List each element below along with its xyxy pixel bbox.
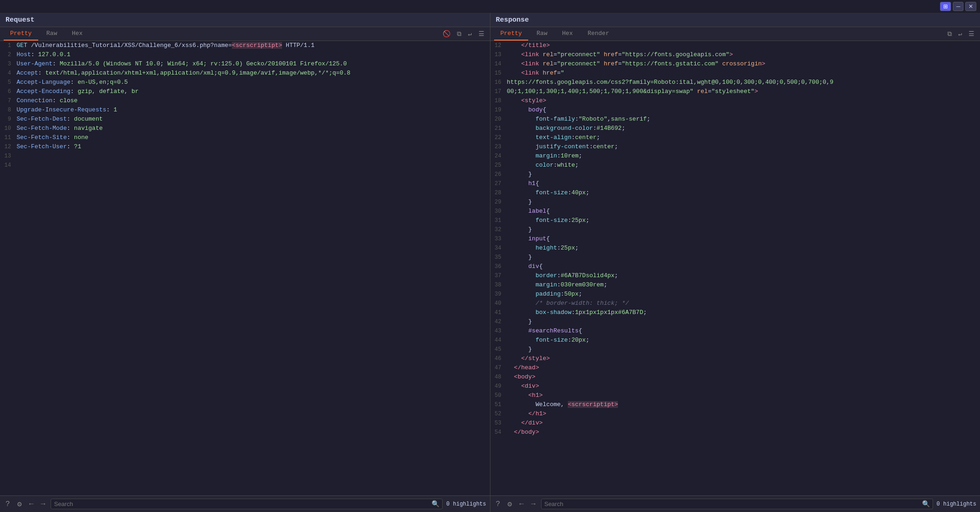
response-line-39: 39 padding:50px;: [490, 290, 980, 299]
response-line-47: 47 </head>: [490, 363, 980, 372]
response-line-50: 50 <h1>: [490, 391, 980, 400]
response-tabs-bar: Pretty Raw Hex Render ⧉ ↵ ☰: [490, 27, 980, 41]
request-panel: Request Pretty Raw Hex 🚫 ⧉ ↵ ☰ 1 GET /Vu…: [0, 13, 490, 512]
response-help-icon[interactable]: ?: [494, 499, 502, 509]
response-line-13: 13 <link rel="preconnect" href="https://…: [490, 50, 980, 59]
response-settings-icon[interactable]: ⚙: [506, 499, 514, 510]
response-line-44: 44 font-size:20px;: [490, 336, 980, 345]
response-line-30: 30 label{: [490, 207, 980, 216]
request-tab-raw[interactable]: Raw: [40, 27, 63, 41]
response-line-36: 36 div{: [490, 262, 980, 271]
response-line-19: 19 body{: [490, 105, 980, 115]
response-line-42: 42 }: [490, 317, 980, 326]
response-line-40: 40 /* border-width: thick; */: [490, 299, 980, 308]
response-line-26: 26 }: [490, 170, 980, 179]
response-tab-hex[interactable]: Hex: [556, 27, 579, 41]
request-tabs-bar: Pretty Raw Hex 🚫 ⧉ ↵ ☰: [0, 27, 490, 41]
response-line-22: 22 text-align:center;: [490, 133, 980, 142]
response-line-12: 12 </title>: [490, 41, 980, 50]
response-line-28: 28 font-size:40px;: [490, 188, 980, 198]
request-tab-pretty[interactable]: Pretty: [4, 27, 38, 41]
response-line-20: 20 font-family:"Roboto",sans-serif;: [490, 115, 980, 124]
request-line-12: 12 Sec-Fetch-User: ?1: [0, 142, 490, 151]
response-line-17: 17 00;1,100;1,300;1,400;1,500;1,700;1,90…: [490, 87, 980, 96]
eye-slash-icon[interactable]: 🚫: [441, 29, 452, 39]
response-code-area: 12 </title> 13 <link rel="preconnect" hr…: [490, 41, 980, 495]
response-tabs-icons: ⧉ ↵ ☰: [945, 29, 976, 39]
request-line-10: 10 Sec-Fetch-Mode: navigate: [0, 124, 490, 133]
request-tab-hex[interactable]: Hex: [65, 27, 89, 41]
response-line-21: 21 background-color:#14B692;: [490, 124, 980, 133]
request-search-input[interactable]: [54, 500, 432, 507]
response-copy-icon[interactable]: ⧉: [945, 29, 954, 39]
response-search-input[interactable]: [544, 500, 922, 507]
response-tab-render[interactable]: Render: [581, 27, 616, 41]
response-line-32: 32 }: [490, 225, 980, 234]
request-line-3: 3 User-Agent: Mozilla/5.0 (Windows NT 10…: [0, 59, 490, 69]
response-search-container: 🔍: [541, 499, 933, 509]
request-line-9: 9 Sec-Fetch-Dest: document: [0, 115, 490, 124]
response-line-41: 41 box-shadow:1px1px1px1px#6A7B7D;: [490, 308, 980, 317]
response-line-25: 25 color:white;: [490, 161, 980, 170]
response-line-15: 15 <link href=": [490, 69, 980, 78]
request-line-5: 5 Accept-Language: en-US,en;q=0.5: [0, 78, 490, 87]
response-line-33: 33 input{: [490, 234, 980, 244]
response-line-37: 37 border:#6A7B7Dsolid4px;: [490, 271, 980, 280]
forward-icon[interactable]: →: [39, 499, 47, 509]
request-line-4: 4 Accept: text/html,application/xhtml+xm…: [0, 69, 490, 78]
request-line-14: 14: [0, 161, 490, 170]
response-line-18: 18 <style>: [490, 96, 980, 105]
response-bottom-bar: ? ⚙ ← → 🔍 0 highlights: [490, 495, 980, 512]
help-icon[interactable]: ?: [4, 499, 12, 509]
response-line-52: 52 </h1>: [490, 409, 980, 419]
minimize-icon[interactable]: ─: [953, 2, 963, 11]
response-tab-pretty[interactable]: Pretty: [494, 27, 529, 41]
request-tabs-icons: 🚫 ⧉ ↵ ☰: [441, 29, 486, 39]
settings-icon[interactable]: ⚙: [16, 499, 24, 510]
grid-icon[interactable]: ⊞: [940, 2, 951, 11]
response-line-38: 38 margin:030rem030rem;: [490, 280, 980, 290]
request-line-11: 11 Sec-Fetch-Site: none: [0, 133, 490, 142]
back-icon[interactable]: ←: [27, 499, 35, 509]
response-wrap-icon[interactable]: ↵: [957, 29, 964, 39]
response-line-51: 51 Welcome, <scrscriptipt>: [490, 400, 980, 409]
request-panel-header: Request: [0, 13, 490, 27]
response-line-43: 43 #searchResults{: [490, 326, 980, 336]
request-line-7: 7 Connection: close: [0, 96, 490, 105]
response-back-icon[interactable]: ←: [518, 499, 526, 509]
response-highlights-badge: 0 highlights: [937, 501, 976, 507]
response-menu-icon[interactable]: ☰: [967, 29, 976, 39]
response-tab-raw[interactable]: Raw: [530, 27, 553, 41]
response-line-53: 53 </div>: [490, 419, 980, 428]
response-line-54: 54 </body>: [490, 428, 980, 437]
response-line-24: 24 margin:10rem;: [490, 151, 980, 161]
request-search-icon: 🔍: [432, 500, 439, 508]
response-line-29: 29 }: [490, 198, 980, 207]
request-bottom-bar: ? ⚙ ← → 🔍 0 highlights: [0, 495, 490, 512]
response-panel: Response Pretty Raw Hex Render ⧉ ↵ ☰ 12 …: [490, 13, 980, 512]
response-line-31: 31 font-size:25px;: [490, 216, 980, 225]
request-line-13: 13: [0, 151, 490, 161]
response-line-35: 35 }: [490, 253, 980, 262]
main-container: Request Pretty Raw Hex 🚫 ⧉ ↵ ☰ 1 GET /Vu…: [0, 13, 980, 512]
menu-icon[interactable]: ☰: [477, 29, 486, 39]
request-search-container: 🔍: [51, 499, 443, 509]
request-line-6: 6 Accept-Encoding: gzip, deflate, br: [0, 87, 490, 96]
response-forward-icon[interactable]: →: [529, 499, 537, 509]
response-panel-header: Response: [490, 13, 980, 27]
close-icon[interactable]: ✕: [965, 2, 976, 11]
copy-icon[interactable]: ⧉: [455, 29, 463, 39]
request-title: Request: [6, 16, 35, 24]
response-line-46: 46 </style>: [490, 354, 980, 363]
request-line-1: 1 GET /Vulnerabilities_Tutorial/XSS/Chal…: [0, 41, 490, 50]
response-line-16: 16 https://fonts.googleapis.com/css2?fam…: [490, 78, 980, 87]
response-search-icon: 🔍: [922, 500, 930, 508]
response-line-23: 23 justify-content:center;: [490, 142, 980, 151]
global-top-bar: ⊞ ─ ✕: [0, 0, 980, 13]
request-code-area: 1 GET /Vulnerabilities_Tutorial/XSS/Chal…: [0, 41, 490, 495]
response-line-45: 45 }: [490, 345, 980, 354]
response-line-34: 34 height:25px;: [490, 244, 980, 253]
wrap-icon[interactable]: ↵: [466, 29, 473, 39]
response-title: Response: [496, 16, 529, 24]
request-line-8: 8 Upgrade-Insecure-Requests: 1: [0, 105, 490, 115]
